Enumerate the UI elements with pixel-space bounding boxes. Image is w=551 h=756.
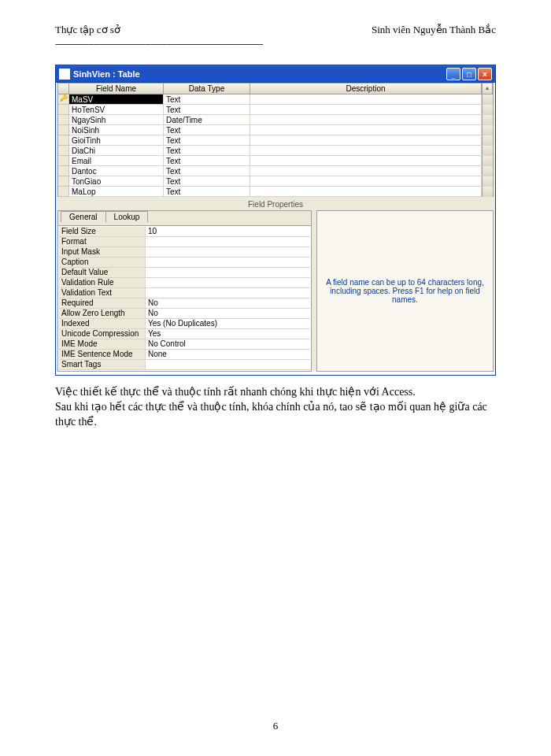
- table-row[interactable]: DantocText: [58, 166, 493, 176]
- col-data-type[interactable]: Data Type: [164, 83, 250, 94]
- row-selector[interactable]: [58, 166, 69, 176]
- description-cell[interactable]: [250, 105, 482, 115]
- property-value[interactable]: [146, 247, 310, 258]
- field-name-cell[interactable]: HoTenSV: [69, 105, 164, 115]
- property-value[interactable]: Yes (No Duplicates): [146, 319, 310, 329]
- description-cell[interactable]: [250, 187, 482, 197]
- close-button[interactable]: ×: [478, 68, 492, 80]
- minimize-button[interactable]: _: [446, 68, 460, 80]
- scrollbar-track[interactable]: [482, 176, 493, 187]
- data-type-cell[interactable]: Text: [164, 176, 250, 187]
- scrollbar-track[interactable]: [482, 135, 493, 146]
- description-cell[interactable]: [250, 176, 482, 187]
- data-type-cell[interactable]: Text: [164, 94, 250, 105]
- field-name-cell[interactable]: TonGiao: [69, 176, 164, 187]
- row-selector[interactable]: [58, 135, 69, 146]
- property-row[interactable]: IndexedYes (No Duplicates): [59, 319, 310, 329]
- data-type-cell[interactable]: Text: [164, 146, 250, 156]
- scrollbar-track[interactable]: [482, 166, 493, 176]
- property-value[interactable]: No: [146, 298, 310, 309]
- property-row[interactable]: Format: [59, 237, 310, 247]
- property-grid[interactable]: Field Size10FormatInput MaskCaptionDefau…: [58, 225, 311, 371]
- scroll-up-icon[interactable]: ▴: [482, 83, 493, 94]
- table-row[interactable]: NoiSinhText: [58, 125, 493, 135]
- property-row[interactable]: Default Value: [59, 268, 310, 278]
- data-type-cell[interactable]: Text: [164, 166, 250, 176]
- field-name-cell[interactable]: Dantoc: [69, 166, 164, 176]
- row-selector[interactable]: [58, 176, 69, 187]
- table-row[interactable]: TonGiaoText: [58, 176, 493, 187]
- description-cell[interactable]: [250, 115, 482, 125]
- property-row[interactable]: Validation Rule: [59, 278, 310, 288]
- table-row[interactable]: 🔑MaSVText: [58, 94, 493, 105]
- field-name-cell[interactable]: NoiSinh: [69, 125, 164, 135]
- table-row[interactable]: GioiTinhText: [58, 135, 493, 146]
- scrollbar-track[interactable]: [482, 125, 493, 135]
- property-value[interactable]: [146, 258, 310, 268]
- description-cell[interactable]: [250, 166, 482, 176]
- property-row[interactable]: Unicode CompressionYes: [59, 329, 310, 339]
- property-row[interactable]: Validation Text: [59, 288, 310, 298]
- data-type-cell[interactable]: Date/Time: [164, 115, 250, 125]
- property-row[interactable]: Smart Tags: [59, 360, 310, 370]
- property-value[interactable]: [146, 268, 310, 278]
- property-value[interactable]: [146, 237, 310, 247]
- scrollbar-track[interactable]: [482, 94, 493, 105]
- property-row[interactable]: Allow Zero LengthNo: [59, 309, 310, 319]
- col-field-name[interactable]: Field Name: [69, 83, 164, 94]
- property-row[interactable]: Field Size10: [59, 227, 310, 237]
- row-selector[interactable]: [58, 187, 69, 197]
- row-selector[interactable]: [58, 146, 69, 156]
- primary-key-icon[interactable]: 🔑: [58, 94, 69, 105]
- description-cell[interactable]: [250, 156, 482, 166]
- property-value[interactable]: No: [146, 309, 310, 319]
- table-row[interactable]: NgaySinhDate/Time: [58, 115, 493, 125]
- tab-general[interactable]: General: [61, 211, 106, 222]
- description-cell[interactable]: [250, 125, 482, 135]
- property-value[interactable]: [146, 288, 310, 298]
- data-type-cell[interactable]: Text: [164, 156, 250, 166]
- row-selector[interactable]: [58, 156, 69, 166]
- row-selector[interactable]: [58, 115, 69, 125]
- scrollbar-track[interactable]: [482, 187, 493, 197]
- table-row[interactable]: DiaChiText: [58, 146, 493, 156]
- description-cell[interactable]: [250, 146, 482, 156]
- data-type-cell[interactable]: Text: [164, 125, 250, 135]
- property-row[interactable]: Caption: [59, 258, 310, 268]
- table-row[interactable]: HoTenSVText: [58, 105, 493, 115]
- maximize-button[interactable]: □: [462, 68, 476, 80]
- description-cell[interactable]: [250, 94, 482, 105]
- field-name-cell[interactable]: MaLop: [69, 187, 164, 197]
- row-selector[interactable]: [58, 125, 69, 135]
- titlebar[interactable]: SinhVien : Table _ □ ×: [56, 65, 495, 83]
- scrollbar-track[interactable]: [482, 115, 493, 125]
- field-name-cell[interactable]: NgaySinh: [69, 115, 164, 125]
- tab-lookup[interactable]: Lookup: [105, 211, 149, 222]
- field-name-cell[interactable]: MaSV: [69, 94, 164, 105]
- property-value[interactable]: 10: [146, 227, 310, 237]
- field-name-cell[interactable]: DiaChi: [69, 146, 164, 156]
- field-grid[interactable]: Field Name Data Type Description ▴ 🔑MaSV…: [57, 83, 494, 197]
- data-type-cell[interactable]: Text: [164, 105, 250, 115]
- scrollbar-track[interactable]: [482, 105, 493, 115]
- property-row[interactable]: IME ModeNo Control: [59, 339, 310, 350]
- data-type-cell[interactable]: Text: [164, 135, 250, 146]
- property-value[interactable]: [146, 278, 310, 288]
- property-value[interactable]: No Control: [146, 339, 310, 350]
- row-selector[interactable]: [58, 105, 69, 115]
- property-value[interactable]: [146, 360, 310, 370]
- col-description[interactable]: Description: [250, 83, 482, 94]
- table-row[interactable]: EmailText: [58, 156, 493, 166]
- property-value[interactable]: None: [146, 350, 310, 360]
- field-name-cell[interactable]: Email: [69, 156, 164, 166]
- property-row[interactable]: Input Mask: [59, 247, 310, 258]
- property-row[interactable]: RequiredNo: [59, 298, 310, 309]
- data-type-cell[interactable]: Text: [164, 187, 250, 197]
- property-row[interactable]: IME Sentence ModeNone: [59, 350, 310, 360]
- scrollbar-track[interactable]: [482, 146, 493, 156]
- description-cell[interactable]: [250, 135, 482, 146]
- scrollbar-track[interactable]: [482, 156, 493, 166]
- field-name-cell[interactable]: GioiTinh: [69, 135, 164, 146]
- table-row[interactable]: MaLopText: [58, 187, 493, 197]
- property-value[interactable]: Yes: [146, 329, 310, 339]
